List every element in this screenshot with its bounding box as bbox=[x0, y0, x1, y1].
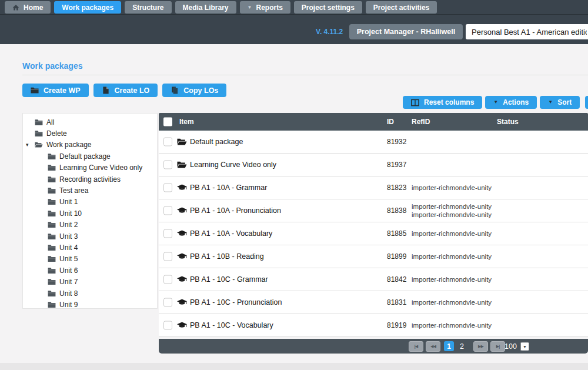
role-selector-button[interactable]: ▼ Project Manager - RHalliwell bbox=[349, 24, 463, 39]
columns-icon bbox=[411, 99, 419, 106]
table-row[interactable]: PB A1 - 10C - Grammar81842importer-richm… bbox=[159, 268, 588, 291]
row-item-label: PB A1 - 10C - Pronunciation bbox=[190, 298, 282, 306]
tree-item-unit-2[interactable]: Unit 2 bbox=[23, 219, 157, 231]
folder-icon bbox=[48, 267, 56, 274]
button-label: Actions bbox=[503, 98, 529, 106]
tree-item-test-area[interactable]: Test area bbox=[23, 185, 157, 196]
row-checkbox[interactable] bbox=[163, 252, 172, 261]
table-row[interactable]: PB A1 - 10A - Pronunciation81838importer… bbox=[159, 199, 588, 222]
row-checkbox[interactable] bbox=[163, 138, 172, 146]
reset-columns-button[interactable]: Reset columns bbox=[403, 96, 482, 109]
top-navigation-bar: HomeWork packagesStructureMedia Library▼… bbox=[0, 0, 588, 44]
file-icon bbox=[102, 86, 110, 94]
table-row[interactable]: PB A1 - 10B - Reading81899importer-richm… bbox=[159, 245, 588, 268]
tab-reports[interactable]: ▼Reports bbox=[240, 1, 290, 14]
row-item-label: PB A1 - 10A - Pronunciation bbox=[190, 206, 281, 215]
tree-item-unit-4[interactable]: Unit 4 bbox=[23, 242, 157, 253]
tree-item-unit-7[interactable]: Unit 7 bbox=[23, 276, 157, 287]
row-checkbox[interactable] bbox=[163, 184, 172, 192]
page-number-1[interactable]: 1 bbox=[444, 341, 454, 351]
caret-down-icon: ▼ bbox=[523, 344, 527, 348]
work-packages-table: Item ID RefID Status Default package8193… bbox=[159, 113, 588, 354]
next-page-button[interactable]: ▶▶ bbox=[473, 341, 488, 352]
tree-item-unit-9[interactable]: Unit 9 bbox=[23, 299, 157, 309]
prev-page-button[interactable]: ◀◀ bbox=[426, 341, 440, 352]
copy-los-button[interactable]: Copy LOs bbox=[162, 84, 226, 97]
column-header-item[interactable]: Item bbox=[179, 118, 194, 126]
row-checkbox[interactable] bbox=[163, 206, 172, 215]
row-checkbox[interactable] bbox=[163, 298, 172, 307]
table-header-row: Item ID RefID Status bbox=[159, 113, 588, 131]
row-refid: importer-richmondvle-unity bbox=[412, 252, 493, 261]
tree-item-unit-6[interactable]: Unit 6 bbox=[23, 265, 157, 276]
tree-item-label: Unit 4 bbox=[59, 244, 78, 252]
tree-item-work-package[interactable]: ▾Work package bbox=[23, 139, 157, 151]
create-lo-button[interactable]: Create LO bbox=[93, 84, 158, 97]
row-checkbox[interactable] bbox=[163, 229, 172, 238]
select-all-checkbox[interactable] bbox=[163, 118, 172, 126]
folder-open-icon bbox=[35, 141, 43, 148]
table-row[interactable]: PB A1 - 10C - Pronunciation81831importer… bbox=[159, 291, 588, 314]
column-header-id[interactable]: ID bbox=[387, 118, 394, 126]
sort-button[interactable]: ▼Sort bbox=[540, 96, 580, 109]
table-row[interactable]: PB A1 - 10A - Grammar81823importer-richm… bbox=[159, 176, 588, 199]
title-divider bbox=[22, 75, 588, 75]
version-label: V. 4.11.2 bbox=[316, 28, 343, 36]
tab-media-library[interactable]: Media Library bbox=[175, 1, 236, 14]
table-row[interactable]: Default package81932 bbox=[159, 131, 588, 154]
actions-button[interactable]: ▼Actions bbox=[485, 96, 537, 109]
column-header-refid[interactable]: RefID bbox=[412, 118, 493, 126]
row-item-label: Default package bbox=[190, 138, 243, 146]
tree-item-recording-activities[interactable]: Recording activities bbox=[23, 174, 157, 185]
project-name-input[interactable] bbox=[466, 24, 588, 39]
folder-icon bbox=[35, 130, 43, 137]
column-header-status[interactable]: Status bbox=[497, 118, 519, 126]
gradcap-icon bbox=[177, 229, 187, 238]
first-page-button[interactable]: |◀ bbox=[409, 341, 423, 352]
tree-item-default-package[interactable]: Default package bbox=[23, 151, 157, 162]
tree-item-label: Unit 5 bbox=[59, 255, 78, 263]
row-item-label: PB A1 - 10C - Grammar bbox=[190, 275, 268, 284]
tab-home[interactable]: Home bbox=[5, 1, 51, 14]
folder-icon bbox=[48, 244, 56, 251]
tree-item-unit-10[interactable]: Unit 10 bbox=[23, 208, 157, 219]
table-row[interactable]: Learning Curve Video only81937 bbox=[159, 154, 588, 176]
folder-icon bbox=[48, 290, 56, 297]
tree-item-all[interactable]: All bbox=[23, 116, 157, 128]
last-page-button[interactable]: ▶| bbox=[490, 341, 505, 352]
table-row[interactable]: PB A1 - 10A - Vocabulary81885importer-ri… bbox=[159, 222, 588, 245]
tree-item-label: Unit 3 bbox=[59, 232, 78, 241]
tree-item-label: Test area bbox=[59, 186, 88, 195]
row-checkbox[interactable] bbox=[163, 321, 172, 330]
row-checkbox[interactable] bbox=[163, 275, 172, 284]
tab-project-activities[interactable]: Project activities bbox=[366, 1, 437, 14]
tree-item-learning-curve-video-only[interactable]: Learning Curve Video only bbox=[23, 162, 157, 174]
tree-item-unit-8[interactable]: Unit 8 bbox=[23, 288, 157, 299]
tab-work-packages[interactable]: Work packages bbox=[54, 1, 121, 14]
page-number-2[interactable]: 2 bbox=[457, 342, 466, 351]
paginator-controls: |◀◀◀12▶▶▶| bbox=[409, 341, 505, 352]
tree-item-unit-3[interactable]: Unit 3 bbox=[23, 231, 157, 242]
tree-item-delete[interactable]: Delete bbox=[23, 128, 157, 139]
tree-expand-caret-icon[interactable]: ▾ bbox=[26, 142, 29, 148]
folder-open-icon bbox=[177, 138, 187, 146]
rows-per-page-dropdown-trigger[interactable]: ▼ bbox=[520, 342, 529, 351]
folder-icon bbox=[48, 233, 56, 240]
tab-label: Project activities bbox=[373, 4, 429, 12]
row-item-label: Learning Curve Video only bbox=[190, 161, 276, 169]
row-refid-line: importer-richmondvle-unity bbox=[412, 202, 493, 211]
row-refid-line: importer-richmondvle-unity bbox=[412, 229, 493, 238]
tab-structure[interactable]: Structure bbox=[125, 1, 171, 14]
button-label: Copy LOs bbox=[183, 86, 218, 95]
table-row[interactable]: PB A1 - 10C - Vocabulary81919importer-ri… bbox=[159, 314, 588, 337]
f-button[interactable]: ▼F bbox=[585, 96, 588, 109]
tab-label: Home bbox=[24, 4, 43, 12]
row-checkbox[interactable] bbox=[163, 161, 172, 169]
folder-icon bbox=[48, 198, 56, 205]
tab-project-settings[interactable]: Project settings bbox=[294, 1, 362, 14]
row-id: 81831 bbox=[387, 298, 406, 306]
row-id: 81937 bbox=[387, 161, 406, 169]
create-wp-button[interactable]: Create WP bbox=[22, 84, 89, 97]
tree-item-unit-1[interactable]: Unit 1 bbox=[23, 196, 157, 208]
tree-item-unit-5[interactable]: Unit 5 bbox=[23, 254, 157, 265]
